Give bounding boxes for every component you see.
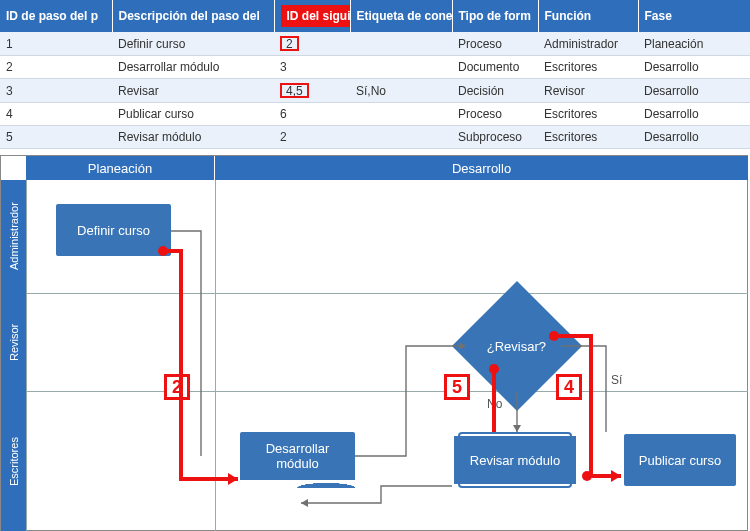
shape-label: ¿Revisar? <box>487 339 546 354</box>
highlight-next-id: 2 <box>280 36 299 51</box>
cell-type: Subproceso <box>452 126 538 149</box>
cell-phase: Desarrollo <box>638 56 750 79</box>
callout-5: 5 <box>444 374 470 400</box>
callout-2: 2 <box>164 374 190 400</box>
col-header-conn[interactable]: Etiqueta de cone <box>350 0 452 32</box>
cell-func: Administrador <box>538 32 638 56</box>
col-header-id[interactable]: ID de paso del p <box>0 0 112 32</box>
cell-phase: Desarrollo <box>638 126 750 149</box>
cell-conn <box>350 126 452 149</box>
callout-4: 4 <box>556 374 582 400</box>
phase-header-desarrollo: Desarrollo <box>215 156 748 180</box>
cell-id: 5 <box>0 126 112 149</box>
cell-next: 2 <box>274 32 350 56</box>
cell-desc: Definir curso <box>112 32 274 56</box>
highlight-header-next: ID del siguie <box>281 5 351 27</box>
cell-conn <box>350 32 452 56</box>
cell-id: 3 <box>0 79 112 103</box>
cell-desc: Revisar módulo <box>112 126 274 149</box>
cell-next: 2 <box>274 126 350 149</box>
cell-id: 4 <box>0 103 112 126</box>
cell-func: Escritores <box>538 103 638 126</box>
cell-type: Proceso <box>452 32 538 56</box>
cell-func: Escritores <box>538 126 638 149</box>
cell-phase: Desarrollo <box>638 103 750 126</box>
cell-conn: Sí,No <box>350 79 452 103</box>
table-row[interactable]: 3Revisar4,5Sí,NoDecisiónRevisorDesarroll… <box>0 79 750 103</box>
svg-point-7 <box>582 471 592 481</box>
shape-desarrollar-modulo[interactable]: Desarrollar módulo <box>240 432 355 480</box>
cell-desc: Desarrollar módulo <box>112 56 274 79</box>
table-row[interactable]: 2Desarrollar módulo3DocumentoEscritoresD… <box>0 56 750 79</box>
svg-marker-4 <box>228 473 238 485</box>
table-row[interactable]: 5Revisar módulo2SubprocesoEscritoresDesa… <box>0 126 750 149</box>
phase-header-planeacion: Planeación <box>26 156 215 180</box>
cell-next: 3 <box>274 56 350 79</box>
col-header-type[interactable]: Tipo de form <box>452 0 538 32</box>
cell-type: Documento <box>452 56 538 79</box>
cell-next: 4,5 <box>274 79 350 103</box>
col-header-desc[interactable]: Descripción del paso del <box>112 0 274 32</box>
cell-phase: Desarrollo <box>638 79 750 103</box>
svg-marker-8 <box>611 470 621 482</box>
cell-desc: Revisar <box>112 79 274 103</box>
cell-func: Escritores <box>538 56 638 79</box>
shape-publicar-curso[interactable]: Publicar curso <box>624 434 736 486</box>
gridline <box>215 180 216 531</box>
cell-conn <box>350 103 452 126</box>
gridline <box>26 391 748 392</box>
cell-id: 2 <box>0 56 112 79</box>
gridline <box>26 293 748 294</box>
col-header-phase[interactable]: Fase <box>638 0 750 32</box>
gridline <box>26 180 27 531</box>
lane-label-administrador: Administrador <box>1 180 26 293</box>
col-header-next[interactable]: ID del siguie <box>274 0 350 32</box>
lane-label-escritores: Escritores <box>1 391 26 531</box>
lane-label-revisor: Revisor <box>1 293 26 391</box>
cell-type: Proceso <box>452 103 538 126</box>
shape-definir-curso[interactable]: Definir curso <box>56 204 171 256</box>
cell-func: Revisor <box>538 79 638 103</box>
cell-type: Decisión <box>452 79 538 103</box>
svg-marker-2 <box>301 499 308 507</box>
svg-marker-1 <box>513 425 521 432</box>
cell-next: 6 <box>274 103 350 126</box>
col-header-func[interactable]: Función <box>538 0 638 32</box>
cell-conn <box>350 56 452 79</box>
cell-id: 1 <box>0 32 112 56</box>
table-row[interactable]: 1Definir curso2ProcesoAdministradorPlane… <box>0 32 750 56</box>
shape-revisar-modulo[interactable]: Revisar módulo <box>460 434 570 486</box>
table-row[interactable]: 4Publicar curso6ProcesoEscritoresDesarro… <box>0 103 750 126</box>
connector-label-si: Sí <box>611 373 623 387</box>
connector-label-no: No <box>487 397 503 411</box>
cell-phase: Planeación <box>638 32 750 56</box>
table-header-row: ID de paso del p Descripción del paso de… <box>0 0 750 32</box>
cell-desc: Publicar curso <box>112 103 274 126</box>
highlight-next-id: 4,5 <box>280 83 309 98</box>
flow-diagram: Planeación Desarrollo Administrador Revi… <box>0 155 748 531</box>
process-table: ID de paso del p Descripción del paso de… <box>0 0 750 149</box>
